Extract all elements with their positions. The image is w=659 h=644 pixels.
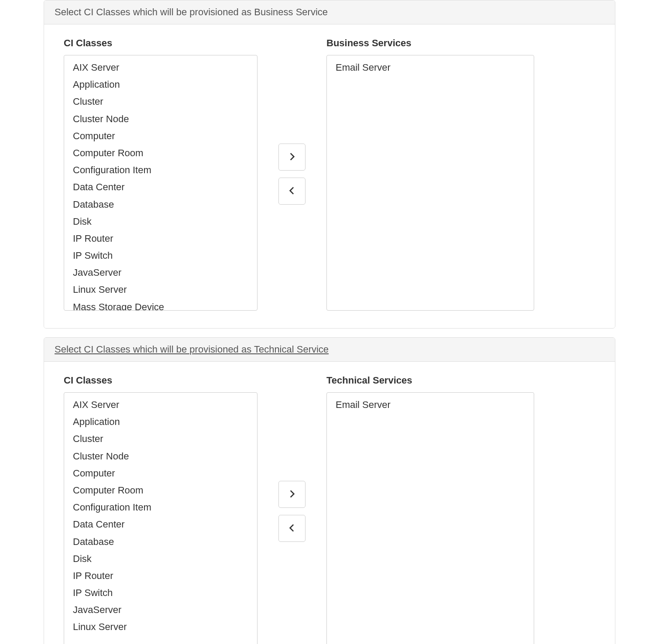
technical-service-panel-body: CI Classes AIX Server Application Cluste… [44,362,615,644]
list-item[interactable]: Computer Room [64,482,257,499]
move-left-button[interactable] [278,515,305,542]
move-left-button[interactable] [278,178,305,205]
list-item[interactable]: Data Center [64,516,257,533]
list-item[interactable]: Database [64,196,257,213]
ci-classes-listbox-business[interactable]: AIX Server Application Cluster Cluster N… [64,55,257,311]
chevron-left-icon [286,185,298,198]
list-item[interactable]: IP Switch [64,247,257,264]
list-item[interactable]: AIX Server [64,59,257,76]
list-item[interactable]: Cluster Node [64,110,257,127]
list-item[interactable]: Computer [64,127,257,144]
list-item[interactable]: Application [64,76,257,93]
list-item[interactable]: JavaServer [64,601,257,618]
list-item[interactable]: Computer Room [64,144,257,161]
list-item[interactable]: IP Switch [64,584,257,601]
list-item[interactable]: Mass Storage Device [64,298,257,311]
technical-service-panel: Select CI Classes which will be provisio… [44,337,615,644]
ci-classes-label: CI Classes [64,38,257,49]
list-item[interactable]: IP Router [64,567,257,584]
list-item[interactable]: Cluster [64,430,257,447]
business-service-panel-body: CI Classes AIX Server Application Cluste… [44,24,615,328]
list-item[interactable]: JavaServer [64,264,257,281]
list-item[interactable]: Disk [64,550,257,567]
chevron-left-icon [286,522,298,535]
technical-services-listbox[interactable]: Email Server [326,392,534,644]
business-service-panel-header[interactable]: Select CI Classes which will be provisio… [44,0,615,24]
chevron-right-icon [286,151,298,164]
list-item[interactable]: Data Center [64,178,257,195]
business-services-listbox[interactable]: Email Server [326,55,534,311]
list-item[interactable]: Email Server [327,59,534,76]
list-item[interactable]: Application [64,413,257,430]
list-item[interactable]: Computer [64,465,257,482]
list-item[interactable]: IP Router [64,230,257,247]
list-item[interactable]: AIX Server [64,396,257,413]
move-right-button[interactable] [278,481,305,508]
list-item[interactable]: Configuration Item [64,161,257,178]
list-item[interactable]: Linux Server [64,281,257,298]
list-item[interactable]: Cluster Node [64,448,257,465]
business-service-panel: Select CI Classes which will be provisio… [44,0,615,329]
list-item[interactable]: Disk [64,213,257,230]
list-item[interactable]: Configuration Item [64,499,257,516]
ci-classes-listbox-technical[interactable]: AIX Server Application Cluster Cluster N… [64,392,257,644]
move-right-button[interactable] [278,144,305,171]
ci-classes-label: CI Classes [64,375,257,386]
list-item[interactable]: Email Server [327,396,534,413]
business-services-label: Business Services [326,38,534,49]
technical-service-panel-header[interactable]: Select CI Classes which will be provisio… [44,338,615,362]
technical-services-label: Technical Services [326,375,534,386]
main-content: Select CI Classes which will be provisio… [17,0,642,644]
chevron-right-icon [286,488,298,501]
list-item[interactable]: Database [64,533,257,550]
list-item[interactable]: Linux Server [64,618,257,635]
list-item[interactable]: Cluster [64,93,257,110]
